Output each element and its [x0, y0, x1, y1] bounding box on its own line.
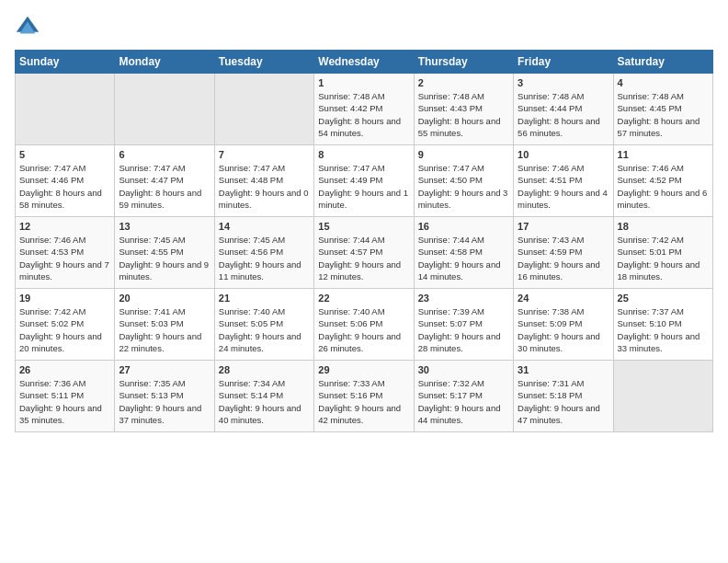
- sunset-text: Sunset: 5:11 PM: [19, 389, 110, 401]
- day-number: 16: [418, 221, 509, 232]
- sunrise-text: Sunrise: 7:46 AM: [19, 234, 110, 246]
- daylight-text: Daylight: 9 hours and 44 minutes.: [418, 402, 509, 427]
- sunrise-text: Sunrise: 7:47 AM: [318, 162, 409, 174]
- day-number: 9: [418, 149, 509, 160]
- daylight-text: Daylight: 9 hours and 4 minutes.: [518, 187, 609, 212]
- day-info: Sunrise: 7:44 AM Sunset: 4:57 PM Dayligh…: [318, 234, 409, 282]
- day-info: Sunrise: 7:48 AM Sunset: 4:45 PM Dayligh…: [618, 90, 709, 139]
- daylight-text: Daylight: 9 hours and 35 minutes.: [19, 402, 110, 427]
- daylight-text: Daylight: 9 hours and 47 minutes.: [518, 402, 609, 427]
- day-number: 26: [19, 364, 110, 375]
- sunrise-text: Sunrise: 7:46 AM: [618, 162, 709, 174]
- day-info: Sunrise: 7:39 AM Sunset: 5:07 PM Dayligh…: [418, 305, 509, 354]
- day-info: Sunrise: 7:47 AM Sunset: 4:50 PM Dayligh…: [418, 162, 509, 211]
- sunset-text: Sunset: 4:47 PM: [119, 174, 210, 186]
- day-info: Sunrise: 7:47 AM Sunset: 4:49 PM Dayligh…: [318, 162, 409, 211]
- sunrise-text: Sunrise: 7:40 AM: [318, 305, 409, 317]
- day-number: 14: [219, 221, 310, 232]
- day-number: 4: [618, 77, 709, 88]
- calendar-week: 5 Sunrise: 7:47 AM Sunset: 4:46 PM Dayli…: [16, 145, 713, 217]
- calendar-cell: 7 Sunrise: 7:47 AM Sunset: 4:48 PM Dayli…: [214, 145, 313, 217]
- sunset-text: Sunset: 4:43 PM: [418, 102, 509, 114]
- calendar-week: 19 Sunrise: 7:42 AM Sunset: 5:02 PM Dayl…: [16, 289, 713, 361]
- sunrise-text: Sunrise: 7:41 AM: [119, 305, 210, 317]
- daylight-text: Daylight: 9 hours and 11 minutes.: [219, 259, 310, 283]
- calendar-cell: 20 Sunrise: 7:41 AM Sunset: 5:03 PM Dayl…: [115, 289, 214, 361]
- sunset-text: Sunset: 4:59 PM: [518, 246, 609, 258]
- sunset-text: Sunset: 5:17 PM: [418, 389, 509, 401]
- sunrise-text: Sunrise: 7:32 AM: [418, 377, 509, 389]
- day-info: Sunrise: 7:48 AM Sunset: 4:42 PM Dayligh…: [318, 90, 409, 139]
- day-number: 22: [318, 293, 409, 304]
- calendar-week: 1 Sunrise: 7:48 AM Sunset: 4:42 PM Dayli…: [16, 74, 713, 145]
- daylight-text: Daylight: 9 hours and 28 minutes.: [418, 330, 509, 355]
- sunset-text: Sunset: 4:52 PM: [618, 174, 709, 186]
- calendar-cell: 13 Sunrise: 7:45 AM Sunset: 4:55 PM Dayl…: [115, 217, 214, 289]
- sunset-text: Sunset: 4:44 PM: [518, 102, 609, 114]
- sunset-text: Sunset: 5:18 PM: [518, 389, 609, 401]
- daylight-text: Daylight: 8 hours and 57 minutes.: [618, 115, 709, 140]
- daylight-text: Daylight: 9 hours and 26 minutes.: [318, 330, 409, 355]
- calendar-cell: 22 Sunrise: 7:40 AM Sunset: 5:06 PM Dayl…: [314, 289, 414, 361]
- calendar-cell: 11 Sunrise: 7:46 AM Sunset: 4:52 PM Dayl…: [613, 145, 712, 217]
- day-info: Sunrise: 7:40 AM Sunset: 5:06 PM Dayligh…: [318, 305, 409, 354]
- day-info: Sunrise: 7:38 AM Sunset: 5:09 PM Dayligh…: [518, 305, 609, 354]
- sunset-text: Sunset: 4:42 PM: [318, 102, 409, 114]
- daylight-text: Daylight: 9 hours and 14 minutes.: [418, 259, 509, 283]
- calendar-cell: 28 Sunrise: 7:34 AM Sunset: 5:14 PM Dayl…: [214, 361, 313, 432]
- weekday-header: Thursday: [414, 51, 513, 74]
- daylight-text: Daylight: 9 hours and 18 minutes.: [618, 259, 709, 283]
- sunset-text: Sunset: 5:13 PM: [119, 389, 210, 401]
- daylight-text: Daylight: 9 hours and 30 minutes.: [518, 330, 609, 355]
- sunset-text: Sunset: 4:53 PM: [19, 246, 110, 258]
- day-info: Sunrise: 7:42 AM Sunset: 5:01 PM Dayligh…: [618, 234, 709, 282]
- day-info: Sunrise: 7:46 AM Sunset: 4:51 PM Dayligh…: [518, 162, 609, 211]
- sunset-text: Sunset: 4:55 PM: [119, 246, 210, 258]
- sunset-text: Sunset: 5:06 PM: [318, 317, 409, 329]
- calendar-cell: 26 Sunrise: 7:36 AM Sunset: 5:11 PM Dayl…: [16, 361, 115, 432]
- day-info: Sunrise: 7:47 AM Sunset: 4:48 PM Dayligh…: [219, 162, 310, 211]
- sunset-text: Sunset: 4:58 PM: [418, 246, 509, 258]
- day-number: 1: [318, 77, 409, 88]
- weekday-header: Wednesday: [314, 51, 414, 74]
- sunset-text: Sunset: 4:45 PM: [618, 102, 709, 114]
- day-number: 24: [518, 293, 609, 304]
- day-number: 8: [318, 149, 409, 160]
- daylight-text: Daylight: 8 hours and 54 minutes.: [318, 115, 409, 140]
- sunset-text: Sunset: 4:49 PM: [318, 174, 409, 186]
- calendar-cell: 31 Sunrise: 7:31 AM Sunset: 5:18 PM Dayl…: [514, 361, 613, 432]
- calendar-cell: 5 Sunrise: 7:47 AM Sunset: 4:46 PM Dayli…: [16, 145, 115, 217]
- day-info: Sunrise: 7:48 AM Sunset: 4:44 PM Dayligh…: [518, 90, 609, 139]
- sunrise-text: Sunrise: 7:38 AM: [518, 305, 609, 317]
- sunrise-text: Sunrise: 7:33 AM: [318, 377, 409, 389]
- day-info: Sunrise: 7:47 AM Sunset: 4:46 PM Dayligh…: [19, 162, 110, 211]
- sunrise-text: Sunrise: 7:37 AM: [618, 305, 709, 317]
- sunrise-text: Sunrise: 7:47 AM: [119, 162, 210, 174]
- day-info: Sunrise: 7:34 AM Sunset: 5:14 PM Dayligh…: [219, 377, 310, 426]
- sunrise-text: Sunrise: 7:45 AM: [119, 234, 210, 246]
- calendar-cell: [613, 361, 712, 432]
- calendar-cell: 6 Sunrise: 7:47 AM Sunset: 4:47 PM Dayli…: [115, 145, 214, 217]
- day-info: Sunrise: 7:36 AM Sunset: 5:11 PM Dayligh…: [19, 377, 110, 426]
- calendar-cell: 1 Sunrise: 7:48 AM Sunset: 4:42 PM Dayli…: [314, 74, 414, 145]
- calendar-header: SundayMondayTuesdayWednesdayThursdayFrid…: [16, 51, 713, 74]
- daylight-text: Daylight: 9 hours and 16 minutes.: [518, 259, 609, 283]
- day-info: Sunrise: 7:44 AM Sunset: 4:58 PM Dayligh…: [418, 234, 509, 282]
- sunrise-text: Sunrise: 7:39 AM: [418, 305, 509, 317]
- daylight-text: Daylight: 9 hours and 0 minutes.: [219, 187, 310, 212]
- day-number: 5: [19, 149, 110, 160]
- logo-icon: [15, 15, 40, 40]
- daylight-text: Daylight: 9 hours and 42 minutes.: [318, 402, 409, 427]
- sunrise-text: Sunrise: 7:48 AM: [418, 90, 509, 102]
- calendar-cell: 14 Sunrise: 7:45 AM Sunset: 4:56 PM Dayl…: [214, 217, 313, 289]
- calendar-cell: [16, 74, 115, 145]
- day-info: Sunrise: 7:37 AM Sunset: 5:10 PM Dayligh…: [618, 305, 709, 354]
- calendar-cell: 3 Sunrise: 7:48 AM Sunset: 4:44 PM Dayli…: [514, 74, 613, 145]
- weekday-header: Monday: [115, 51, 214, 74]
- daylight-text: Daylight: 9 hours and 6 minutes.: [618, 187, 709, 212]
- day-info: Sunrise: 7:48 AM Sunset: 4:43 PM Dayligh…: [418, 90, 509, 139]
- sunrise-text: Sunrise: 7:36 AM: [19, 377, 110, 389]
- calendar-cell: 17 Sunrise: 7:43 AM Sunset: 4:59 PM Dayl…: [514, 217, 613, 289]
- calendar-week: 12 Sunrise: 7:46 AM Sunset: 4:53 PM Dayl…: [16, 217, 713, 289]
- day-number: 25: [618, 293, 709, 304]
